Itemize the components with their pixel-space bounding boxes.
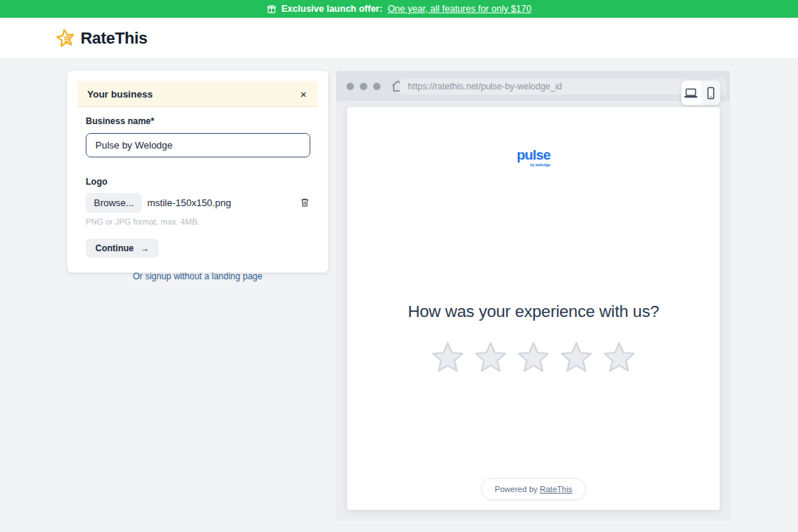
business-name-label: Business name* (86, 116, 310, 126)
window-dot (360, 83, 367, 90)
star-icon[interactable] (516, 340, 551, 375)
signup-without-landing-link[interactable]: Or signup without a landing page (67, 271, 328, 282)
url-bar[interactable]: https://ratethis.net/pulse-by-welodge_id (400, 78, 726, 95)
form-card-header: Your business × (78, 81, 318, 107)
powered-by-row: Powered by RateThis (347, 478, 720, 500)
mobile-view-button[interactable] (701, 81, 721, 105)
uploaded-filename: mstile-150x150.png (147, 197, 231, 208)
promo-banner: Exclusive launch offer: One year, all fe… (0, 0, 798, 18)
brand-name: RateThis (81, 29, 148, 48)
window-dots (347, 83, 381, 90)
banner-text: Exclusive launch offer: (282, 4, 383, 14)
star-icon[interactable] (601, 340, 637, 375)
logo-format-hint: PNG or JPG format, max. 4MB. (86, 217, 310, 226)
preview-url: https://ratethis.net/pulse-by-welodge_id (408, 81, 562, 92)
close-icon[interactable]: × (299, 87, 308, 101)
continue-label: Continue (95, 243, 134, 253)
business-form-card: Your business × Business name* Logo Brow… (67, 71, 328, 273)
form-card-title: Your business (87, 89, 153, 100)
business-logo-subtext: by welodge (516, 163, 550, 167)
arrow-right-icon: → (140, 243, 149, 253)
business-name-input[interactable] (86, 133, 310, 157)
experience-question-heading: How was your experience with us? (347, 302, 720, 321)
phone-icon (703, 85, 719, 101)
star-list-logo-icon (55, 28, 75, 48)
business-logo-wrap: pulse by welodge (347, 148, 720, 169)
delete-logo-button[interactable] (299, 197, 310, 208)
trash-icon (299, 197, 310, 208)
desktop-view-button[interactable] (681, 81, 701, 105)
gift-icon (267, 4, 276, 14)
powered-by-badge: Powered by RateThis (481, 478, 585, 500)
star-icon[interactable] (473, 340, 508, 375)
banner-offer-link[interactable]: One year, all features for only $170 (388, 4, 532, 14)
continue-button[interactable]: Continue → (86, 239, 159, 258)
laptop-icon (683, 85, 699, 101)
window-dot (373, 83, 381, 90)
form-card-body: Business name* Logo Browse... mstile-150… (67, 107, 328, 258)
browser-preview: https://ratethis.net/pulse-by-welodge_id (336, 71, 730, 521)
star-icon[interactable] (559, 340, 594, 375)
landing-page-preview: pulse by welodge How was your experience… (347, 107, 720, 510)
powered-by-text: Powered by (494, 485, 539, 494)
browse-button[interactable]: Browse... (86, 193, 142, 213)
brand-logo[interactable]: RateThis (55, 28, 148, 48)
logo-file-row: Browse... mstile-150x150.png (86, 192, 310, 213)
business-logo-text: pulse (516, 148, 550, 162)
star-rating (347, 340, 720, 375)
logo-label: Logo (86, 177, 310, 187)
window-dot (347, 83, 354, 90)
business-logo: pulse by welodge (516, 148, 550, 167)
browser-chrome: https://ratethis.net/pulse-by-welodge_id (336, 71, 730, 101)
device-toggle (681, 81, 720, 105)
powered-by-link[interactable]: RateThis (540, 485, 573, 494)
app-header: RateThis (0, 18, 798, 59)
star-icon[interactable] (430, 340, 466, 375)
main-area: Your business × Business name* Logo Brow… (0, 59, 798, 532)
